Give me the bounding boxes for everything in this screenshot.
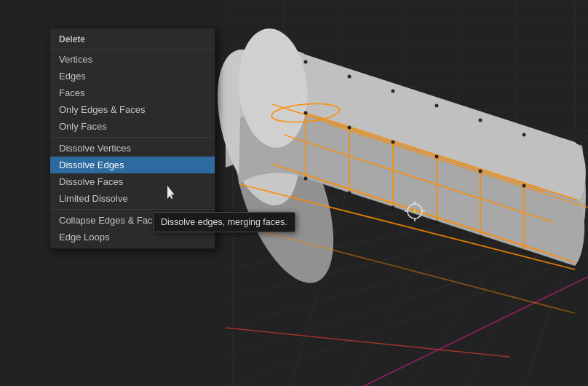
separator-2 xyxy=(50,209,215,210)
svg-point-43 xyxy=(304,177,308,181)
svg-point-44 xyxy=(348,192,351,195)
menu-item-only-faces[interactable]: Only Faces xyxy=(50,118,215,135)
svg-point-37 xyxy=(304,111,308,115)
tooltip-text: Dissolve edges, merging faces. xyxy=(161,217,287,227)
menu-item-only-edges-faces[interactable]: Only Edges & Faces xyxy=(50,101,215,118)
svg-point-40 xyxy=(435,155,439,159)
menu-item-faces[interactable]: Faces xyxy=(50,84,215,101)
svg-point-51 xyxy=(392,90,395,93)
svg-point-46 xyxy=(435,221,439,224)
svg-point-48 xyxy=(523,250,526,253)
svg-point-39 xyxy=(392,141,395,144)
svg-point-54 xyxy=(523,133,526,137)
menu-item-dissolve-edges[interactable]: Dissolve Edges xyxy=(50,157,215,173)
menu-item-dissolve-faces[interactable]: Dissolve Faces xyxy=(50,173,215,190)
tooltip: Dissolve edges, merging faces. xyxy=(153,212,295,232)
menu-item-vertices[interactable]: Vertices xyxy=(50,51,215,68)
svg-point-53 xyxy=(479,119,482,122)
separator-1 xyxy=(50,137,215,138)
svg-point-50 xyxy=(348,75,351,79)
svg-point-38 xyxy=(348,126,351,130)
svg-point-45 xyxy=(392,206,395,210)
svg-point-41 xyxy=(479,170,482,173)
svg-point-42 xyxy=(523,184,526,188)
svg-point-60 xyxy=(414,210,416,213)
menu-item-dissolve-vertices[interactable]: Dissolve Vertices xyxy=(50,140,215,157)
menu-item-edges[interactable]: Edges xyxy=(50,68,215,84)
svg-point-52 xyxy=(435,104,439,108)
svg-point-47 xyxy=(479,235,482,239)
menu-item-limited-dissolve[interactable]: Limited Dissolve xyxy=(50,190,215,207)
svg-point-49 xyxy=(304,60,308,64)
menu-title: Delete xyxy=(50,31,215,50)
